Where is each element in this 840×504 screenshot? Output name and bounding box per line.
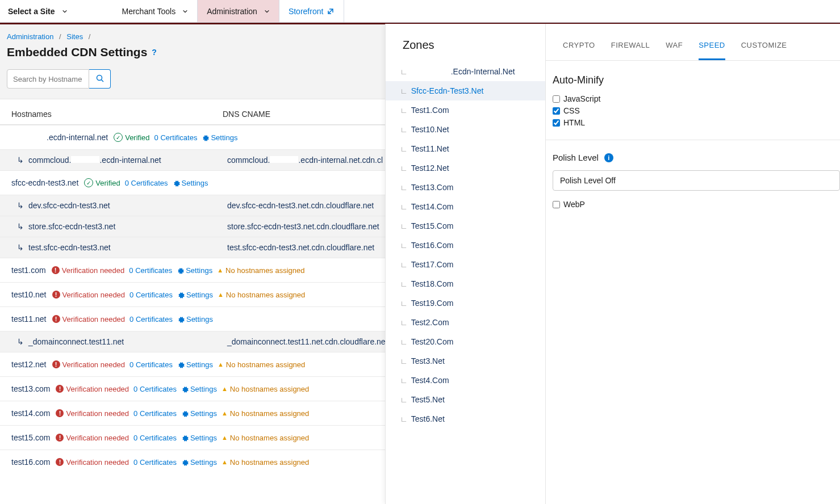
zone-item[interactable]: ∟Test19.Com <box>386 293 545 313</box>
zone-item[interactable]: ∟Test6.Net <box>386 409 545 429</box>
certificates-link[interactable]: 0 Certificates <box>154 133 198 142</box>
host-label: test14.com <box>11 409 50 418</box>
search-button[interactable] <box>89 69 111 89</box>
breadcrumb-sites[interactable]: Sites <box>66 32 83 41</box>
settings-link[interactable]: Settings <box>177 291 213 299</box>
indent-arrow-icon: ↳ <box>17 156 24 165</box>
settings-link[interactable]: Settings <box>177 266 212 275</box>
zone-item[interactable]: ∟Test2.Com <box>386 313 545 332</box>
sub-hostname: test.sfcc-ecdn-test3.net <box>28 243 227 252</box>
settings-link[interactable]: Settings <box>181 409 217 418</box>
polish-level-select[interactable]: Polish Level Off <box>553 170 840 191</box>
tree-icon: ∟ <box>400 376 408 385</box>
tree-icon: ∟ <box>400 125 408 134</box>
tree-icon: ∟ <box>400 106 408 115</box>
settings-link[interactable]: Settings <box>177 315 213 324</box>
tab-speed[interactable]: SPEED <box>699 41 725 60</box>
host-label: test15.com <box>11 433 50 442</box>
settings-link[interactable]: Settings <box>177 360 213 369</box>
tree-icon: ∟ <box>400 338 408 346</box>
zone-label: Test6.Net <box>411 414 445 423</box>
certificates-link[interactable]: 0 Certificates <box>129 291 173 299</box>
tab-crypto[interactable]: CRYPTO <box>563 41 595 60</box>
zone-item[interactable]: ∟.Ecdn-Internal.Net <box>386 62 545 81</box>
zone-label: Test5.Net <box>411 395 445 404</box>
zone-label: Test20.Com <box>411 337 454 346</box>
warning-badge: No hostnames assigned <box>222 458 309 467</box>
minify-css-checkbox[interactable] <box>553 107 560 115</box>
host-label: test11.net <box>11 314 47 324</box>
minify-html-row[interactable]: HTML <box>553 118 840 127</box>
breadcrumb-admin[interactable]: Administration <box>7 32 53 41</box>
zone-item[interactable]: ∟Test1.Com <box>386 100 545 120</box>
warning-badge: No hostnames assigned <box>222 385 309 393</box>
zone-item[interactable]: ∟Test4.Com <box>386 371 545 390</box>
zone-item[interactable]: ∟Test17.Com <box>386 255 545 274</box>
zone-item[interactable]: ∟Test14.Com <box>386 197 545 216</box>
zone-item[interactable]: ∟Test20.Com <box>386 332 545 351</box>
minify-js-checkbox[interactable] <box>553 95 560 103</box>
config-column: CRYPTO FIREWALL WAF SPEED CUSTOMIZE Auto… <box>546 24 840 504</box>
settings-link[interactable]: Settings <box>202 133 237 142</box>
zone-label: Test18.Com <box>411 279 454 288</box>
settings-link[interactable]: Settings <box>181 385 217 393</box>
zone-item[interactable]: ∟Sfcc-Ecdn-Test3.Net <box>386 81 545 100</box>
minify-js-row[interactable]: JavaScript <box>553 94 840 103</box>
verification-needed-badge: Verification needed <box>52 266 125 275</box>
indent-arrow-icon: ↳ <box>17 201 24 210</box>
settings-link[interactable]: Settings <box>181 434 217 442</box>
zone-label: Test19.Com <box>411 299 454 308</box>
minify-html-checkbox[interactable] <box>553 119 560 127</box>
verification-needed-badge: Verification needed <box>52 360 126 369</box>
certificates-link[interactable]: 0 Certificates <box>129 315 173 324</box>
top-nav: Select a Site Merchant Tools Administrat… <box>0 0 840 23</box>
tab-customize[interactable]: CUSTOMIZE <box>741 41 787 60</box>
auto-minify-section: Auto-Minify JavaScript CSS HTML <box>546 61 840 127</box>
webp-row[interactable]: WebP <box>553 200 840 209</box>
settings-link[interactable]: Settings <box>173 179 208 187</box>
webp-checkbox[interactable] <box>553 201 560 208</box>
sub-hostname: _domainconnect.test11.net <box>28 337 227 346</box>
zone-item[interactable]: ∟Test16.Com <box>386 236 545 255</box>
administration-menu[interactable]: Administration <box>198 0 279 22</box>
zone-label: Test12.Net <box>411 163 449 173</box>
verification-needed-badge: Verification needed <box>52 315 126 324</box>
info-icon[interactable]: i <box>604 153 613 162</box>
verification-needed-badge: Verification needed <box>56 458 129 467</box>
site-selector[interactable]: Select a Site <box>0 0 113 22</box>
certificates-link[interactable]: 0 Certificates <box>125 179 168 187</box>
search-input[interactable] <box>7 69 89 89</box>
chevron-down-icon <box>264 9 270 14</box>
warning-badge: No hostnames assigned <box>218 360 305 369</box>
sub-hostname: commcloud..ecdn-internal.net <box>28 156 227 165</box>
polish-section: Polish Level i Polish Level Off WebP <box>546 140 840 209</box>
zone-item[interactable]: ∟Test13.Com <box>386 178 545 197</box>
zone-label: Test17.Com <box>411 260 454 269</box>
zone-item[interactable]: ∟Test18.Com <box>386 274 545 293</box>
minify-css-row[interactable]: CSS <box>553 106 840 115</box>
tab-waf[interactable]: WAF <box>666 41 683 60</box>
tree-icon: ∟ <box>400 203 408 211</box>
zone-item[interactable]: ∟Test10.Net <box>386 120 545 139</box>
zone-item[interactable]: ∟Test3.Net <box>386 351 545 371</box>
warning-badge: No hostnames assigned <box>217 266 304 275</box>
tab-firewall[interactable]: FIREWALL <box>611 41 650 60</box>
certificates-link[interactable]: 0 Certificates <box>133 434 177 442</box>
tree-icon: ∟ <box>400 318 408 327</box>
zone-item[interactable]: ∟Test5.Net <box>386 390 545 409</box>
merchant-tools-menu[interactable]: Merchant Tools <box>113 0 198 22</box>
help-icon[interactable]: ? <box>152 48 157 57</box>
zone-item[interactable]: ∟Test15.Com <box>386 216 545 236</box>
storefront-link[interactable]: Storefront <box>279 0 344 22</box>
certificates-link[interactable]: 0 Certificates <box>133 409 177 418</box>
certificates-link[interactable]: 0 Certificates <box>129 360 173 369</box>
certificates-link[interactable]: 0 Certificates <box>133 385 177 393</box>
certificates-link[interactable]: 0 Certificates <box>129 266 172 275</box>
tree-icon: ∟ <box>400 145 408 153</box>
zone-item[interactable]: ∟Test11.Net <box>386 139 545 158</box>
verified-badge: Verified <box>114 133 149 142</box>
certificates-link[interactable]: 0 Certificates <box>133 458 177 467</box>
zone-item[interactable]: ∟Test12.Net <box>386 158 545 178</box>
zone-label: Test13.Com <box>411 183 454 192</box>
settings-link[interactable]: Settings <box>181 458 217 467</box>
